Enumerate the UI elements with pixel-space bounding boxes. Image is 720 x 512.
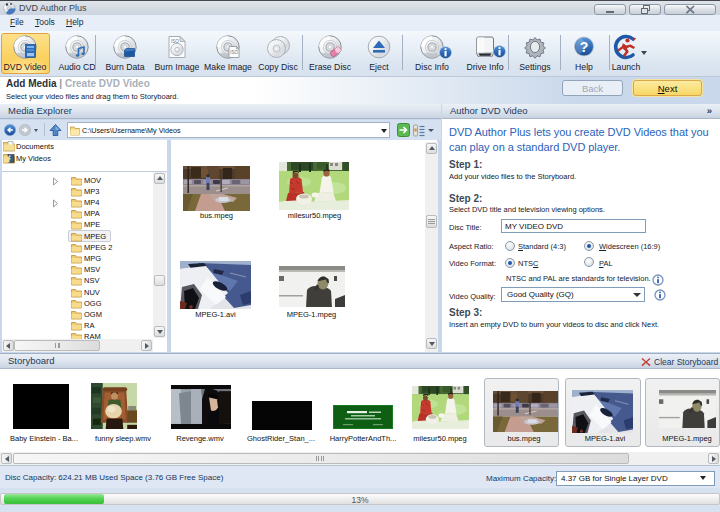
svg-text:ISO: ISO [171, 39, 179, 44]
svg-text:?: ? [580, 39, 589, 55]
svg-text:ISO: ISO [230, 50, 238, 55]
